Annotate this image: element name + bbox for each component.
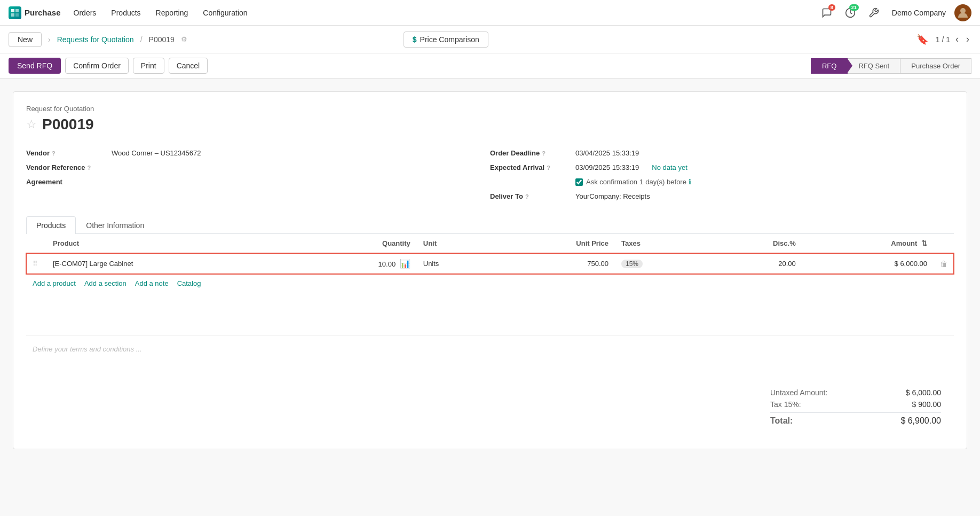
- wrench-icon-btn[interactable]: [864, 3, 883, 22]
- breadcrumb-current: P00019: [149, 35, 175, 44]
- settings-icon[interactable]: ⚙: [181, 35, 187, 43]
- activity-button[interactable]: 21: [841, 3, 860, 22]
- disc-cell[interactable]: 20.00: [707, 253, 802, 275]
- expected-arrival-label: Expected Arrival ?: [490, 163, 575, 171]
- expected-arrival-value[interactable]: 03/09/2025 15:33:19: [575, 163, 639, 171]
- no-data-link[interactable]: No data yet: [652, 163, 687, 171]
- nav-configuration[interactable]: Configuration: [196, 0, 254, 26]
- action-bar: Send RFQ Confirm Order Print Cancel RFQ …: [0, 53, 980, 79]
- order-deadline-field-row: Order Deadline ? 03/04/2025 15:33:19: [490, 146, 954, 160]
- info-circle-icon[interactable]: ℹ: [689, 178, 691, 186]
- th-amount: Amount ⇅: [802, 234, 934, 253]
- terms-placeholder: Define your terms and conditions ...: [33, 345, 142, 353]
- product-name-cell[interactable]: [E-COM07] Large Cabinet: [46, 253, 296, 275]
- untaxed-value: $ 6,000.00: [906, 388, 941, 397]
- total-label: Total:: [770, 416, 793, 426]
- tab-products[interactable]: Products: [26, 216, 76, 234]
- price-comparison-button[interactable]: $ Price Comparison: [404, 32, 488, 48]
- deliver-to-field-row: Deliver To ? YourCompany: Receipts: [490, 189, 954, 204]
- order-deadline-help-icon[interactable]: ?: [542, 150, 546, 157]
- table-row[interactable]: ⠿ [E-COM07] Large Cabinet 10.00 📊 Units …: [26, 253, 954, 275]
- drag-handle-icon[interactable]: ⠿: [33, 260, 38, 268]
- left-fields: Vendor ? Wood Corner – US12345672 Vendor…: [26, 146, 490, 204]
- order-deadline-value[interactable]: 03/04/2025 15:33:19: [575, 149, 639, 157]
- th-quantity: Quantity: [296, 234, 417, 253]
- tab-other-information[interactable]: Other Information: [76, 216, 154, 234]
- sort-icon[interactable]: ⇅: [921, 239, 927, 247]
- status-rfq[interactable]: RFQ: [811, 58, 848, 74]
- next-page-button[interactable]: ›: [964, 34, 971, 45]
- add-note-link[interactable]: Add a note: [135, 279, 169, 287]
- right-fields: Order Deadline ? 03/04/2025 15:33:19 Exp…: [490, 146, 954, 204]
- add-product-link[interactable]: Add a product: [33, 279, 76, 287]
- form-card: Request for Quotation ☆ P00019 Vendor ? …: [13, 91, 967, 449]
- vendor-help-icon[interactable]: ?: [52, 150, 56, 157]
- dollar-icon: $: [413, 35, 417, 44]
- th-delete: [934, 234, 954, 253]
- th-product: Product: [46, 234, 296, 253]
- totals-section: Untaxed Amount: $ 6,000.00 Tax 15%: $ 90…: [26, 378, 954, 436]
- unit-price-cell[interactable]: 750.00: [494, 253, 615, 275]
- prev-page-button[interactable]: ‹: [953, 34, 961, 45]
- bookmark-icon[interactable]: 🔖: [916, 34, 928, 45]
- delete-cell[interactable]: 🗑: [934, 253, 954, 275]
- tax-value: $ 900.00: [912, 400, 942, 409]
- app-logo[interactable]: Purchase: [9, 6, 61, 19]
- cancel-button[interactable]: Cancel: [169, 58, 208, 74]
- th-disc: Disc.%: [707, 234, 802, 253]
- th-unit-price: Unit Price: [494, 234, 615, 253]
- deliver-to-value[interactable]: YourCompany: Receipts: [575, 192, 650, 200]
- brand-name: Purchase: [25, 8, 61, 17]
- deliver-to-label: Deliver To ?: [490, 192, 575, 200]
- status-rfq-sent[interactable]: RFQ Sent: [847, 58, 900, 74]
- main-content: Request for Quotation ☆ P00019 Vendor ? …: [0, 79, 980, 515]
- terms-area[interactable]: Define your terms and conditions ...: [26, 335, 954, 378]
- taxes-cell[interactable]: 15%: [615, 253, 707, 275]
- nav-reporting[interactable]: Reporting: [149, 0, 195, 26]
- ask-confirmation-checkbox[interactable]: [575, 178, 583, 186]
- confirmation-days: 1: [639, 178, 643, 186]
- tax-badge: 15%: [621, 260, 643, 268]
- doc-title-row: ☆ P00019: [26, 116, 954, 133]
- forecast-icon[interactable]: 📊: [400, 259, 410, 268]
- th-drag: [26, 234, 46, 253]
- total-value: $ 6,900.00: [900, 416, 941, 426]
- deliver-to-help-icon[interactable]: ?: [525, 193, 529, 200]
- nav-orders[interactable]: Orders: [67, 0, 103, 26]
- amount-cell[interactable]: $ 6,000.00: [802, 253, 934, 275]
- vendor-label: Vendor ?: [26, 149, 112, 157]
- user-avatar[interactable]: [954, 4, 971, 21]
- messages-button[interactable]: 8: [817, 3, 836, 22]
- catalog-link[interactable]: Catalog: [177, 279, 201, 287]
- nav-products[interactable]: Products: [105, 0, 147, 26]
- unit-cell[interactable]: Units: [417, 253, 494, 275]
- new-button[interactable]: New: [9, 32, 42, 47]
- quantity-cell[interactable]: 10.00 📊: [296, 253, 417, 275]
- svg-rect-2: [11, 13, 14, 17]
- favorite-star-icon[interactable]: ☆: [26, 118, 37, 131]
- drag-handle-cell[interactable]: ⠿: [26, 253, 46, 275]
- tabs: Products Other Information: [26, 216, 954, 233]
- confirm-order-button[interactable]: Confirm Order: [65, 58, 129, 74]
- order-deadline-label: Order Deadline ?: [490, 149, 575, 157]
- print-button[interactable]: Print: [133, 58, 164, 74]
- totals-table: Untaxed Amount: $ 6,000.00 Tax 15%: $ 90…: [770, 387, 941, 427]
- delete-row-icon[interactable]: 🗑: [940, 260, 947, 268]
- svg-rect-0: [11, 9, 14, 12]
- vendor-value[interactable]: Wood Corner – US12345672: [112, 149, 201, 157]
- th-taxes: Taxes: [615, 234, 707, 253]
- document-number: P00019: [42, 116, 94, 133]
- expected-arrival-help-icon[interactable]: ?: [547, 165, 550, 171]
- company-name: Demo Company: [892, 9, 946, 17]
- add-section-link[interactable]: Add a section: [84, 279, 127, 287]
- breadcrumb-link[interactable]: Requests for Quotation: [57, 35, 134, 44]
- days-before-text: day(s) before: [645, 178, 686, 186]
- confirmation-field-row: Ask confirmation 1 day(s) before ℹ: [490, 175, 954, 189]
- status-purchase-order[interactable]: Purchase Order: [900, 58, 971, 74]
- sub-navigation: New › Requests for Quotation / P00019 ⚙ …: [0, 26, 980, 53]
- doc-type-label: Request for Quotation: [26, 105, 954, 113]
- send-rfq-button[interactable]: Send RFQ: [9, 58, 61, 74]
- pagination-controls: 🔖 1 / 1 ‹ ›: [916, 34, 971, 45]
- svg-point-5: [960, 8, 966, 13]
- vendor-reference-help-icon[interactable]: ?: [88, 165, 91, 171]
